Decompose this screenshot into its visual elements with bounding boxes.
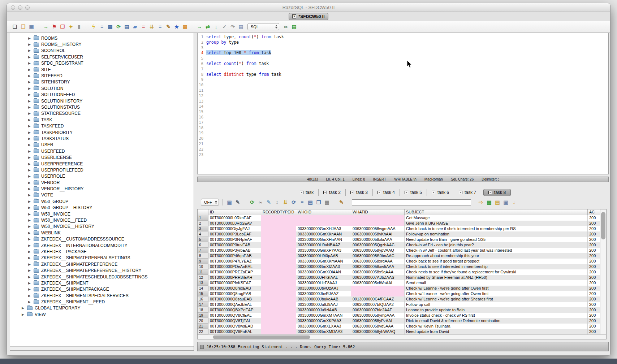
expander-icon[interactable]: ▶ (28, 174, 31, 178)
cell-whoid[interactable]: 0033000000JFhGlAAL (296, 275, 351, 280)
sidebar-item-zkfedex-shipmategeneralsettings[interactable]: ▶ZKFEDEX__SHIPMATEGENERALSETTINGS (10, 255, 194, 261)
table-row[interactable]: 300T3000000OiyJgEAJ0033000000GmXHJAA3006… (198, 226, 600, 231)
save-results-icon[interactable]: ▣ (226, 199, 233, 206)
zoom-window-icon[interactable] (25, 5, 30, 10)
cell-subject[interactable]: Need update from Bain - gave go ahead 1/… (405, 237, 588, 242)
cell-id[interactable]: 00T3000000Q8rugEAB (208, 291, 261, 296)
cell-recordtypeid[interactable] (261, 221, 296, 226)
expander-icon[interactable]: ▶ (28, 187, 31, 191)
table-row[interactable]: 2200T3000000QV9FaEAL0033000000GmXMDAA300… (198, 329, 600, 334)
cell-recordtypeid[interactable] (261, 291, 296, 296)
new-connection-icon[interactable]: ✦ (67, 23, 74, 30)
cell-subject[interactable]: Check back to see if good target prospec… (405, 259, 588, 264)
cell-id[interactable]: 00T3000000QAeJbEAL (208, 302, 261, 307)
sidebar-item-user[interactable]: ▶USER (10, 142, 194, 148)
table-row[interactable]: 200T3000000L0RqSEAVGive Jenn a BIG RAISE… (198, 221, 600, 226)
colored-list-icon[interactable]: ≡ (140, 23, 147, 30)
cell-ac[interactable]: 200 (588, 318, 600, 324)
cell-subject[interactable]: Check-in w/ Ed - can he join this year? (405, 242, 588, 248)
table-row[interactable]: 800T3000000P46qnEAB0033000000H9i0pAAB006… (198, 253, 600, 259)
expander-icon[interactable]: ▶ (28, 99, 31, 103)
minimize-window-icon[interactable] (18, 5, 22, 10)
sidebar-item-zkfedex-customaddresssource[interactable]: ▶ZKFEDEX__CUSTOMADDRESSSOURCE (10, 236, 194, 242)
describe-list-icon[interactable]: ▤ (290, 23, 298, 30)
cell-recordtypeid[interactable] (261, 226, 296, 231)
close-result-tab-icon[interactable]: × (488, 191, 492, 194)
cell-whatid[interactable]: 006300000058xlaAAA (351, 237, 405, 242)
expander-icon[interactable]: ▶ (28, 49, 31, 52)
cell-recordtypeid[interactable] (261, 296, 296, 302)
cell-id[interactable]: 00T3000000P3yrbEAB (208, 248, 261, 253)
sidebar-item-sitefeed[interactable]: ▶SITEFEED (10, 73, 194, 79)
expander-icon[interactable]: ▶ (28, 225, 31, 228)
cell-ac[interactable]: 200 (588, 296, 600, 302)
rollback-icon[interactable]: ↷ (229, 23, 236, 30)
sidebar-item-w50-group-history[interactable]: ▶W50_GROUP__HISTORY (10, 205, 194, 211)
column-header-subject[interactable]: SUBJECT (405, 209, 588, 215)
expander-icon[interactable]: ▶ (28, 275, 31, 279)
cell-id[interactable]: 00T3000000PRR8rEAH (208, 275, 261, 280)
sidebar-item-selfserviceuser[interactable]: ▶SELFSERVICEUSER (10, 54, 194, 60)
column-header-whatid[interactable]: WHATID (351, 209, 405, 215)
fetch-more-icon[interactable]: ⇊ (282, 199, 289, 206)
sidebar-item-zkfedex-shipmatepreference[interactable]: ▶ZKFEDEX__SHIPMATEPREFERENCE (10, 261, 194, 267)
sidebar-item-userrole[interactable]: ▶USERROLE (10, 173, 194, 179)
edit-sql-icon[interactable]: ✎ (165, 23, 172, 30)
table-row[interactable]: 1700T3000000QAeJbEAL0033000000Ju9J9AAJ00… (198, 302, 600, 307)
refresh-table-icon[interactable]: ⟳ (115, 23, 122, 30)
close-connection-icon[interactable]: ❐ (59, 23, 66, 30)
table-row[interactable]: 1800T3000000QBXPeEAP0033000000Ju9zlAAB00… (198, 307, 600, 313)
expander-icon[interactable]: ▶ (28, 281, 31, 285)
execute-lightning-icon[interactable]: ϟ (90, 23, 97, 30)
expander-icon[interactable]: ▶ (28, 218, 31, 222)
expander-icon[interactable]: ▶ (28, 231, 31, 235)
code-line[interactable] (206, 125, 284, 131)
cell-whoid[interactable]: 0033000000H9i0pAAB (296, 253, 351, 259)
cell-id[interactable]: 00T3000000POeAnEAL (208, 264, 261, 269)
cell-ac[interactable]: 200 (588, 269, 600, 275)
cell-subject[interactable]: Follow up call (405, 302, 588, 307)
cell-recordtypeid[interactable] (261, 318, 296, 324)
cell-whoid[interactable]: 0033000000JbukoAAB (296, 296, 351, 302)
disconnect-icon[interactable]: ⚑ (51, 23, 58, 30)
expander-icon[interactable]: ▶ (28, 294, 31, 298)
cell-recordtypeid[interactable] (261, 253, 296, 259)
cell-id[interactable]: 00T3000000QBXPeEAP (208, 307, 261, 313)
expander-icon[interactable]: ▶ (28, 143, 31, 147)
sidebar-item-staticresource[interactable]: ▶STATICRESOURCE (10, 110, 194, 117)
favorites-star-icon[interactable]: ★ (173, 23, 180, 30)
cell-recordtypeid[interactable] (261, 259, 296, 264)
result-tab-task-5[interactable]: ×task 5 (400, 189, 427, 196)
cell-id[interactable]: 00T3000000QV8wsEAD (208, 324, 261, 329)
code-line[interactable] (206, 77, 284, 82)
expander-icon[interactable]: ▶ (28, 300, 31, 304)
sidebar-item-rooms-history[interactable]: ▶ROOMS__HISTORY (10, 41, 194, 47)
sidebar-hscrollbar[interactable] (10, 346, 194, 350)
table-row[interactable]: 700T3000000P3yrbEAB0033000000GmXPYAA3006… (198, 248, 600, 253)
cell-whoid[interactable]: 0033000000Ju9zlAAB (296, 307, 351, 313)
table-row[interactable]: 100T3000000L0RknEAFGet Massage200 (198, 215, 600, 221)
grid-hscrollbar[interactable] (198, 334, 607, 339)
sidebar-item-w50-invoice-history[interactable]: ▶W50_INVOICE__HISTORY (10, 224, 194, 230)
cell-whatid[interactable]: 0013000000C4fFCAAZ (351, 296, 405, 302)
download-icon[interactable]: ↓ (510, 199, 518, 206)
cell-whoid[interactable]: 0033000000GmXLXAA3 (296, 324, 351, 329)
sidebar-item-userprofilefeed[interactable]: ▶USERPROFILEFEED (10, 167, 194, 173)
cell-recordtypeid[interactable] (261, 286, 296, 291)
sidebar-item-w50-invoice[interactable]: ▶W50_INVOICE (10, 211, 194, 217)
expander-icon[interactable]: ▶ (28, 250, 31, 254)
table-row[interactable]: 500T3000000P3N4pEAF0033000000GmXHnAAN006… (198, 237, 600, 242)
cell-ac[interactable]: 200 (588, 226, 600, 231)
cell-subject[interactable]: Get Massage (405, 215, 588, 221)
expander-icon[interactable]: ▶ (28, 118, 31, 122)
cell-recordtypeid[interactable] (261, 215, 296, 221)
sidebar-item-solutionstatus[interactable]: ▶SOLUTIONSTATUS (10, 104, 194, 110)
cell-subject[interactable]: Check w/ Kevin Tsujihara (405, 324, 588, 329)
expander-icon[interactable]: ▶ (28, 68, 31, 72)
filter-edit-icon[interactable]: ✎ (234, 199, 241, 206)
cell-recordtypeid[interactable] (261, 237, 296, 242)
cell-whoid[interactable]: 0033000000GmXKnAAN (296, 231, 351, 237)
cell-recordtypeid[interactable] (261, 248, 296, 253)
sidebar-item-zkfedex-shipment[interactable]: ▶ZKFEDEX__SHIPMENT (10, 280, 194, 286)
cell-ac[interactable]: 200 (588, 237, 600, 242)
